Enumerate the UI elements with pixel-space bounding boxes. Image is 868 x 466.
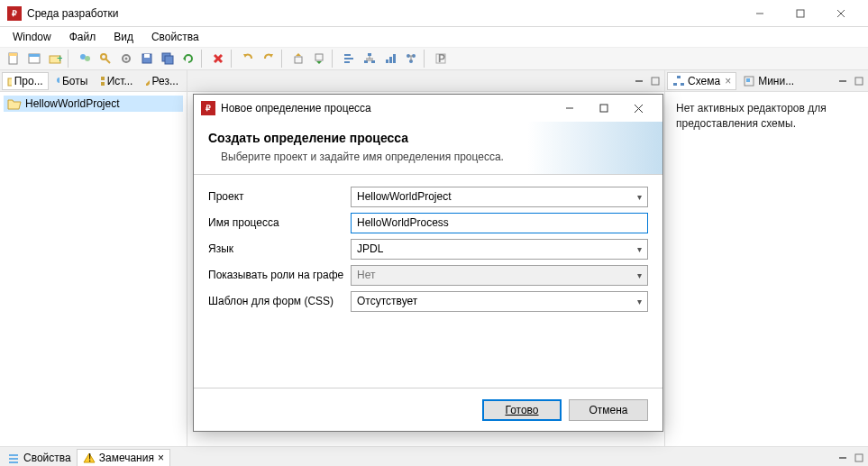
- minimap-icon: [743, 75, 755, 87]
- refresh-icon[interactable]: [178, 49, 198, 69]
- left-tabs: Про... Боты Ист... Рез...: [0, 70, 187, 92]
- tab-projects[interactable]: Про...: [2, 72, 49, 90]
- chart-icon[interactable]: [380, 49, 400, 69]
- svg-rect-32: [368, 53, 371, 56]
- maximize-pane-icon[interactable]: [852, 74, 866, 88]
- save-all-icon[interactable]: [158, 49, 178, 69]
- svg-rect-72: [855, 454, 863, 461]
- new-window-icon[interactable]: [24, 49, 44, 69]
- process-name-input[interactable]: HelloWorldProcess: [351, 213, 648, 233]
- minimize-pane-icon[interactable]: [836, 451, 850, 465]
- titlebar: ₽ Среда разработки: [0, 0, 868, 27]
- tab-properties[interactable]: Свойства: [2, 449, 77, 467]
- show-roles-select[interactable]: Нет ▾: [351, 265, 648, 286]
- project-value: HellowWorldProject: [357, 190, 451, 203]
- close-button[interactable]: [820, 1, 861, 26]
- svg-rect-19: [165, 56, 173, 64]
- new-file-icon[interactable]: [4, 49, 23, 69]
- svg-rect-58: [652, 78, 659, 85]
- svg-rect-59: [677, 76, 681, 78]
- close-icon[interactable]: ×: [158, 452, 164, 464]
- minimize-button[interactable]: [739, 1, 780, 26]
- bottom-panel: Свойства ! Замечания × Элемент (источник…: [0, 446, 868, 466]
- maximize-pane-icon[interactable]: [852, 451, 866, 465]
- svg-rect-25: [295, 57, 302, 63]
- chevron-down-icon: ▾: [637, 297, 642, 306]
- tab-issues[interactable]: ! Замечания ×: [77, 449, 170, 467]
- tab-minimap[interactable]: Мини...: [737, 72, 799, 90]
- folder-icon: [7, 75, 12, 87]
- toolbar-separator: [281, 50, 286, 68]
- tab-sources[interactable]: Ист...: [94, 72, 138, 90]
- banner-description: Выберите проект и задайте имя определени…: [208, 151, 648, 163]
- dialog-maximize-button[interactable]: [587, 96, 621, 121]
- tab-results[interactable]: Рез...: [139, 72, 184, 90]
- language-select[interactable]: JPDL ▾: [351, 239, 648, 260]
- schema-message: Нет активных редакторов для предоставлен…: [665, 92, 868, 446]
- redo-icon[interactable]: [259, 49, 279, 69]
- svg-text:+: +: [57, 52, 62, 65]
- structure-icon[interactable]: [360, 49, 379, 69]
- users-icon[interactable]: [75, 49, 95, 69]
- svg-rect-60: [673, 83, 677, 86]
- p-icon[interactable]: P: [431, 49, 451, 69]
- delete-icon[interactable]: [208, 49, 228, 69]
- align-left-icon[interactable]: [339, 49, 359, 69]
- chevron-down-icon: ▾: [637, 244, 642, 254]
- export-icon[interactable]: [288, 49, 308, 69]
- dialog-titlebar: ₽ Новое определение процесса: [194, 95, 662, 122]
- maximize-button[interactable]: [780, 1, 820, 26]
- right-panel: Схема × Мини... Нет активных редакторов …: [665, 70, 868, 446]
- left-panel: Про... Боты Ист... Рез... HellowWorldPro…: [0, 70, 187, 446]
- label-project: Проект: [208, 190, 351, 203]
- svg-marker-55: [146, 77, 149, 86]
- tab-label: Свойства: [23, 452, 71, 464]
- undo-icon[interactable]: [238, 49, 258, 69]
- cancel-button-label: Отмена: [589, 404, 627, 416]
- tree-icon: [672, 75, 685, 87]
- tree-item-project[interactable]: HellowWorldProject: [4, 96, 183, 112]
- menu-properties[interactable]: Свойства: [142, 29, 208, 45]
- tab-schema[interactable]: Схема ×: [667, 72, 736, 90]
- svg-rect-65: [855, 78, 863, 85]
- cancel-button[interactable]: Отмена: [569, 399, 648, 421]
- import-icon[interactable]: [309, 49, 329, 69]
- finish-button-label: Готово: [505, 404, 538, 416]
- key-icon[interactable]: [96, 49, 115, 69]
- menu-view[interactable]: Вид: [105, 29, 142, 45]
- gear-icon[interactable]: [116, 49, 136, 69]
- tab-bots[interactable]: Боты: [50, 72, 94, 90]
- menubar: Window Файл Вид Свойства: [0, 27, 868, 47]
- toolbar-separator: [201, 50, 206, 68]
- bottom-tabs: Свойства ! Замечания ×: [0, 447, 868, 466]
- minimize-pane-icon[interactable]: [632, 74, 646, 88]
- menu-file[interactable]: Файл: [60, 29, 105, 45]
- svg-rect-61: [681, 83, 684, 86]
- warning-icon: !: [83, 452, 96, 464]
- open-folder-icon: [7, 97, 22, 110]
- project-select[interactable]: HellowWorldProject ▾: [351, 187, 648, 207]
- folder-plus-icon[interactable]: +: [45, 49, 65, 69]
- svg-rect-27: [315, 54, 323, 60]
- save-icon[interactable]: [137, 49, 157, 69]
- svg-rect-71: [839, 457, 846, 459]
- svg-text:P: P: [438, 52, 445, 65]
- properties-icon: [7, 452, 20, 464]
- svg-rect-57: [635, 80, 643, 82]
- minimize-pane-icon[interactable]: [836, 74, 850, 88]
- language-value: JPDL: [357, 242, 383, 255]
- finish-button[interactable]: Готово: [482, 399, 562, 421]
- process-name-value: HelloWorldProcess: [357, 216, 449, 229]
- toolbar-separator: [68, 50, 72, 68]
- label-css-template: Шаблон для форм (CSS): [208, 295, 351, 307]
- close-icon[interactable]: ×: [725, 75, 731, 87]
- label-language: Язык: [208, 242, 351, 255]
- nodes-icon[interactable]: [401, 49, 421, 69]
- css-template-select[interactable]: Отсутствует ▾: [351, 291, 648, 312]
- dialog-minimize-button[interactable]: [553, 96, 587, 121]
- dialog-close-button[interactable]: [621, 96, 655, 121]
- maximize-pane-icon[interactable]: [648, 74, 662, 88]
- chevron-down-icon: ▾: [637, 192, 642, 202]
- svg-rect-51: [101, 77, 104, 80]
- menu-window[interactable]: Window: [4, 29, 60, 45]
